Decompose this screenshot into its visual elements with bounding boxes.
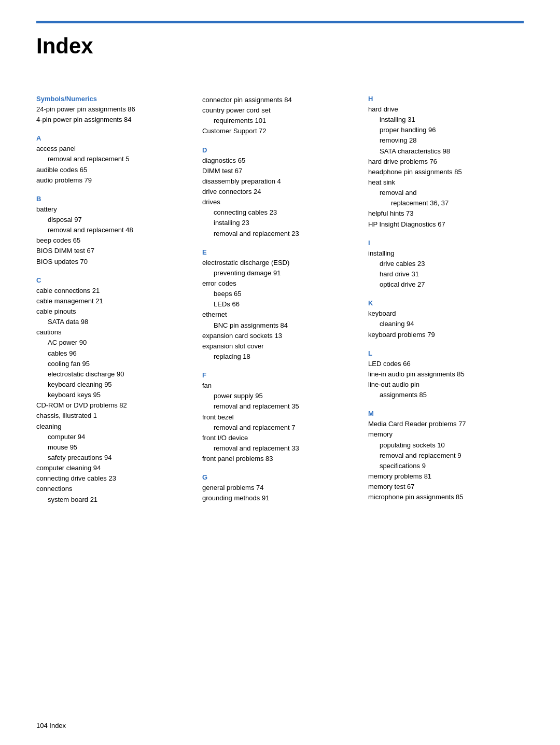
entry-col1-3-13: cleaning: [36, 421, 192, 432]
entry-col3-4-4: specifications 9: [368, 461, 524, 471]
entry-col2-2-1: preventing damage 91: [202, 268, 358, 278]
section-col2-0: connector pin assignments 84country powe…: [202, 95, 358, 137]
section-header-col1-1: A: [36, 134, 192, 142]
entry-col1-3-2: cable pinouts: [36, 306, 192, 317]
page-title: Index: [36, 34, 524, 64]
entry-col1-3-0: cable connections 21: [36, 286, 192, 296]
section-header-col3-1: I: [368, 239, 524, 247]
entry-col2-0-3: Customer Support 72: [202, 126, 358, 136]
page: Index Symbols/Numerics24-pin power pin a…: [0, 0, 560, 745]
entry-col3-0-10: helpful hints 73: [368, 208, 524, 219]
section-col3-3: LLED codes 66line-in audio pin assignmen…: [368, 349, 524, 401]
entry-col1-2-0: battery: [36, 204, 192, 215]
entry-col2-1-7: removal and replacement 23: [202, 229, 358, 239]
section-col2-4: Ggeneral problems 74grounding methods 91: [202, 473, 358, 503]
section-header-col1-0: Symbols/Numerics: [36, 95, 192, 103]
entry-col2-1-5: connecting cables 23: [202, 207, 358, 218]
entry-col3-1-0: installing: [368, 248, 524, 259]
entry-col1-3-1: cable management 21: [36, 296, 192, 306]
entry-col1-3-4: cautions: [36, 327, 192, 338]
entry-col3-4-2: populating sockets 10: [368, 440, 524, 451]
entry-col1-3-17: computer cleaning 94: [36, 463, 192, 473]
entry-col1-1-3: audio problems 79: [36, 175, 192, 186]
entry-col3-4-7: microphone pin assignments 85: [368, 492, 524, 502]
entry-col2-3-7: front panel problems 83: [202, 454, 358, 464]
column-3: Hhard driveinstalling 31proper handling …: [368, 95, 524, 514]
entry-col2-2-0: electrostatic discharge (ESD): [202, 258, 358, 268]
entry-col2-3-4: removal and replacement 7: [202, 423, 358, 433]
entry-col1-1-0: access panel: [36, 144, 192, 154]
section-header-col2-4: G: [202, 473, 358, 481]
entry-col3-2-0: keyboard: [368, 308, 524, 319]
entry-col2-1-4: drives: [202, 197, 358, 207]
section-header-col3-0: H: [368, 95, 524, 103]
section-col3-4: MMedia Card Reader problems 77memorypopu…: [368, 410, 524, 502]
section-col1-1: Aaccess panelremoval and replacement 5au…: [36, 134, 192, 186]
entry-col3-3-3: assignments 85: [368, 390, 524, 400]
section-header-col2-2: E: [202, 248, 358, 256]
entry-col3-3-1: line-in audio pin assignments 85: [368, 369, 524, 379]
entry-col1-3-7: cooling fan 95: [36, 359, 192, 369]
entry-col1-2-5: BIOS updates 70: [36, 257, 192, 267]
entry-col1-3-3: SATA data 98: [36, 317, 192, 327]
section-header-col2-1: D: [202, 146, 358, 154]
entry-col1-3-11: CD-ROM or DVD problems 82: [36, 400, 192, 411]
top-border: [36, 21, 524, 23]
column-1: Symbols/Numerics24-pin power pin assignm…: [36, 95, 202, 514]
entry-col2-2-9: replacing 18: [202, 352, 358, 362]
entry-col1-3-6: cables 96: [36, 348, 192, 359]
entry-col1-2-4: BIOS DIMM test 67: [36, 246, 192, 256]
column-2: connector pin assignments 84country powe…: [202, 95, 368, 514]
section-col1-3: Ccable connections 21cable management 21…: [36, 276, 192, 505]
entry-col3-4-6: memory test 67: [368, 482, 524, 492]
entry-col3-4-0: Media Card Reader problems 77: [368, 419, 524, 429]
page-footer: 104 Index: [36, 722, 66, 729]
entry-col3-0-7: heat sink: [368, 177, 524, 188]
entry-col2-3-2: removal and replacement 35: [202, 401, 358, 412]
entry-col2-1-1: DIMM test 67: [202, 166, 358, 176]
entry-col3-1-3: optical drive 27: [368, 279, 524, 290]
entry-col3-0-11: HP Insight Diagnostics 67: [368, 219, 524, 230]
entry-col2-1-2: disassembly preparation 4: [202, 176, 358, 187]
entry-col1-3-15: mouse 95: [36, 442, 192, 453]
section-col3-0: Hhard driveinstalling 31proper handling …: [368, 95, 524, 230]
entry-col2-3-6: removal and replacement 33: [202, 443, 358, 454]
entry-col2-2-8: expansion slot cover: [202, 341, 358, 352]
section-header-col1-3: C: [36, 276, 192, 284]
entry-col2-2-2: error codes: [202, 278, 358, 289]
entry-col2-3-3: front bezel: [202, 412, 358, 423]
entry-col3-4-5: memory problems 81: [368, 471, 524, 482]
content-area: Symbols/Numerics24-pin power pin assignm…: [36, 95, 524, 514]
entry-col1-0-1: 4-pin power pin assignments 84: [36, 115, 192, 125]
entry-col3-0-0: hard drive: [368, 104, 524, 115]
entry-col3-0-8: removal and: [368, 188, 524, 198]
entry-col3-2-1: cleaning 94: [368, 319, 524, 329]
section-col1-0: Symbols/Numerics24-pin power pin assignm…: [36, 95, 192, 125]
entry-col2-1-6: installing 23: [202, 218, 358, 228]
section-header-col3-4: M: [368, 410, 524, 417]
entry-col3-0-3: removing 28: [368, 135, 524, 146]
entry-col3-0-1: installing 31: [368, 115, 524, 125]
section-header-col1-2: B: [36, 195, 192, 203]
entry-col1-2-3: beep codes 65: [36, 235, 192, 246]
entry-col2-2-4: LEDs 66: [202, 299, 358, 310]
entry-col2-3-1: power supply 95: [202, 391, 358, 401]
entry-col1-3-5: AC power 90: [36, 338, 192, 348]
entry-col1-2-1: disposal 97: [36, 215, 192, 225]
entry-col1-3-18: connecting drive cables 23: [36, 473, 192, 484]
section-header-col3-2: K: [368, 299, 524, 307]
entry-col1-3-20: system board 21: [36, 495, 192, 505]
entry-col3-0-5: hard drive problems 76: [368, 157, 524, 167]
entry-col3-1-1: drive cables 23: [368, 259, 524, 269]
entry-col3-4-1: memory: [368, 429, 524, 440]
entry-col2-0-0: connector pin assignments 84: [202, 95, 358, 105]
entry-col2-1-0: diagnostics 65: [202, 156, 358, 166]
entry-col2-4-0: general problems 74: [202, 483, 358, 493]
entry-col2-3-5: front I/O device: [202, 433, 358, 443]
entry-col2-1-3: drive connectors 24: [202, 187, 358, 197]
section-col2-3: Ffanpower supply 95removal and replaceme…: [202, 371, 358, 464]
section-header-col2-3: F: [202, 371, 358, 379]
entry-col1-3-14: computer 94: [36, 432, 192, 442]
entry-col1-3-16: safety precautions 94: [36, 453, 192, 463]
entry-col2-0-1: country power cord set: [202, 105, 358, 116]
